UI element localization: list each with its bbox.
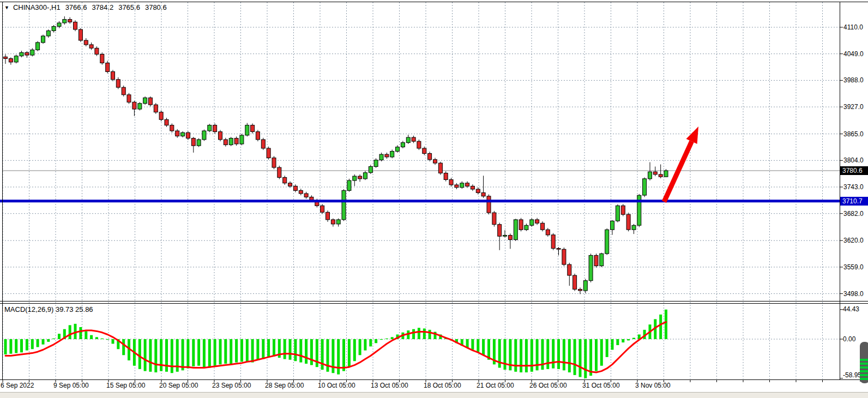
macd-axis-min: -58.95: [843, 371, 861, 379]
svg-text:3559.0: 3559.0: [843, 263, 864, 271]
svg-text:31 Oct 05:00: 31 Oct 05:00: [582, 382, 620, 389]
chart-window: 4110.04049.03988.03927.03865.03804.03743…: [0, 0, 868, 398]
ohlc-low: 3765.6: [118, 3, 140, 11]
svg-text:3620.0: 3620.0: [843, 237, 864, 244]
svg-text:10 Oct 05:00: 10 Oct 05:00: [318, 382, 355, 389]
symbol-period-label: CHINA300-,H1: [13, 3, 61, 11]
macd-axis-max: 44.43: [843, 305, 859, 313]
svg-text:3498.0: 3498.0: [843, 290, 864, 298]
svg-text:21 Oct 05:00: 21 Oct 05:00: [477, 382, 514, 389]
scrollbar-stripes-decoration: [860, 359, 868, 382]
svg-text:3927.0: 3927.0: [843, 103, 864, 111]
svg-text:3743.0: 3743.0: [843, 183, 864, 191]
ohlc-high: 3784.2: [92, 3, 113, 11]
svg-text:15 Sep 05:00: 15 Sep 05:00: [106, 382, 146, 389]
symbol-dropdown-icon[interactable]: ▼: [4, 5, 9, 10]
ohlc-open: 3766.6: [65, 3, 87, 11]
svg-text:18 Oct 05:00: 18 Oct 05:00: [424, 382, 461, 389]
svg-text:20 Sep 05:00: 20 Sep 05:00: [159, 382, 198, 389]
scrollbar-thumb[interactable]: [860, 342, 868, 383]
ohlc-close: 3780.6: [145, 3, 167, 11]
macd-indicator-label: MACD(12,26,9) 39.73 25.86: [4, 305, 93, 313]
svg-text:4110.0: 4110.0: [843, 23, 863, 31]
svg-text:3804.0: 3804.0: [843, 156, 864, 164]
current-price-tag: 3780.6: [840, 166, 868, 175]
price-chart-canvas[interactable]: 4110.04049.03988.03927.03865.03804.03743…: [0, 0, 868, 398]
svg-text:9 Sep 05:00: 9 Sep 05:00: [53, 382, 89, 389]
svg-text:28 Sep 05:00: 28 Sep 05:00: [265, 382, 304, 389]
svg-text:23 Sep 05:00: 23 Sep 05:00: [212, 382, 251, 389]
svg-text:3865.0: 3865.0: [843, 130, 864, 138]
support-line-price-tag: 3710.7: [840, 197, 868, 206]
svg-text:4049.0: 4049.0: [843, 50, 864, 58]
svg-text:26 Oct 05:00: 26 Oct 05:00: [529, 382, 567, 389]
svg-text:6 Sep 2022: 6 Sep 2022: [1, 382, 34, 389]
svg-text:3 Nov 05:00: 3 Nov 05:00: [635, 382, 671, 389]
symbol-header: ▼CHINA300-,H13766.63784.23765.63780.6: [4, 3, 167, 11]
svg-text:3682.0: 3682.0: [843, 210, 864, 218]
macd-axis-zero: 0.00: [843, 335, 855, 343]
window-bottom-strip: [0, 392, 868, 398]
svg-text:13 Oct 05:00: 13 Oct 05:00: [371, 382, 408, 389]
svg-text:3988.0: 3988.0: [843, 76, 864, 84]
